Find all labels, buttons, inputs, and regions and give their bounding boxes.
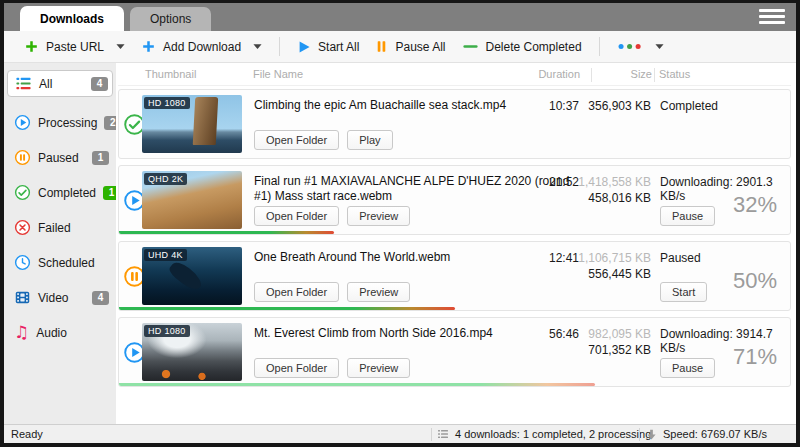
statusbar-separator xyxy=(639,428,640,441)
download-row: UHD 4K One Breath Around The World.webmO… xyxy=(118,241,791,311)
video-thumbnail: HD 1080 xyxy=(142,323,242,381)
duration: 12:41 xyxy=(549,251,579,265)
header-separator xyxy=(591,68,592,82)
video-thumbnail: UHD 4K xyxy=(142,247,242,305)
toolbar: Paste URL Add Download Start All Pause A… xyxy=(4,31,796,63)
sidebar-item-processing[interactable]: Processing2 xyxy=(4,105,116,140)
download-row: QHD 2K Final run #1 MAXIAVALANCHE ALPE D… xyxy=(118,165,791,235)
duration: 10:37 xyxy=(549,99,579,113)
start-all-label: Start All xyxy=(318,40,359,54)
pause-all-label: Pause All xyxy=(395,40,445,54)
sidebar-item-video[interactable]: Video4 xyxy=(4,280,116,315)
sidebar-item-all[interactable]: All4 xyxy=(7,70,113,97)
resolution-badge: UHD 4K xyxy=(144,249,187,261)
header-separator xyxy=(654,68,655,82)
status-bar: Ready 4 downloads: 1 completed, 2 proces… xyxy=(4,424,796,443)
downloads-summary: 4 downloads: 1 completed, 2 processing xyxy=(437,428,651,440)
size-downloaded: 556,445 KB xyxy=(588,267,651,281)
chevron-down-icon[interactable] xyxy=(655,43,664,50)
downloads-panel: Thumbnail File Name Duration Size Status… xyxy=(116,63,796,424)
list-icon xyxy=(15,75,32,92)
speed-text: Speed: 6769.07 KB/s xyxy=(663,428,767,440)
size-total: 1,418,558 KB xyxy=(578,175,651,189)
col-thumbnail: Thumbnail xyxy=(145,68,196,80)
delete-completed-label: Delete Completed xyxy=(486,40,582,54)
size-total: 356,903 KB xyxy=(588,99,651,113)
file-name: One Breath Around The World.webm xyxy=(254,250,584,265)
size-total: 982,095 KB xyxy=(588,327,651,341)
sidebar-item-label: Audio xyxy=(36,326,67,340)
progress-bar xyxy=(119,231,334,234)
progress-bar xyxy=(119,383,595,386)
chevron-down-icon[interactable] xyxy=(116,43,125,50)
delete-completed-button[interactable]: Delete Completed xyxy=(454,35,590,58)
sidebar-item-failed[interactable]: Failed xyxy=(4,210,116,245)
status-text: Paused xyxy=(660,251,701,265)
clock-icon xyxy=(14,254,31,271)
check-circle-icon xyxy=(14,184,31,201)
file-name: Final run #1 MAXIAVALANCHE ALPE D'HUEZ 2… xyxy=(254,174,584,204)
more-options-button[interactable] xyxy=(609,39,672,54)
sidebar-item-label: Failed xyxy=(38,221,71,235)
pause-circle-icon xyxy=(14,149,31,166)
toolbar-separator xyxy=(279,37,280,56)
table-header: Thumbnail File Name Duration Size Status xyxy=(118,63,791,86)
chevron-down-icon[interactable] xyxy=(253,43,262,50)
list-icon xyxy=(437,428,449,440)
tab-downloads[interactable]: Downloads xyxy=(20,6,124,31)
sidebar-item-label: Scheduled xyxy=(38,256,95,270)
preview-button[interactable]: Preview xyxy=(347,358,410,378)
sidebar-item-label: Video xyxy=(38,291,68,305)
download-list: HD 1080 Climbing the epic Am Buachaille … xyxy=(118,86,791,424)
video-thumbnail: HD 1080 xyxy=(142,95,242,153)
open-folder-button[interactable]: Open Folder xyxy=(254,130,339,150)
x-circle-icon xyxy=(14,219,31,236)
downloads-summary-text: 4 downloads: 1 completed, 2 processing xyxy=(455,428,651,440)
preview-button[interactable]: Preview xyxy=(347,206,410,226)
sidebar-item-paused[interactable]: Paused1 xyxy=(4,140,116,175)
sidebar: All4Processing2Paused1Completed1FailedSc… xyxy=(4,63,116,424)
film-icon xyxy=(14,289,31,306)
play-icon xyxy=(297,40,311,54)
open-folder-button[interactable]: Open Folder xyxy=(254,282,339,302)
open-folder-button[interactable]: Open Folder xyxy=(254,358,339,378)
sidebar-item-scheduled[interactable]: Scheduled xyxy=(4,245,116,280)
progress-percent: 71% xyxy=(733,344,777,370)
pause-button[interactable]: Pause xyxy=(660,358,715,378)
download-row: HD 1080 Climbing the epic Am Buachaille … xyxy=(118,89,791,159)
file-name: Climbing the epic Am Buachaille sea stac… xyxy=(254,98,584,113)
start-button[interactable]: Start xyxy=(660,282,707,302)
pause-icon xyxy=(375,40,388,53)
count-badge: 1 xyxy=(92,151,109,165)
start-all-button[interactable]: Start All xyxy=(289,37,367,57)
minus-icon xyxy=(462,38,479,55)
app-window: Downloads Options Paste URL Add Download… xyxy=(0,0,800,447)
download-arrow-icon xyxy=(645,428,658,441)
plus-icon xyxy=(141,39,156,54)
size-downloaded: 458,016 KB xyxy=(588,191,651,205)
size-total: 1,106,715 KB xyxy=(578,251,651,265)
paste-url-button[interactable]: Paste URL xyxy=(16,36,133,57)
status-ready-text: Ready xyxy=(11,428,43,440)
statusbar-separator xyxy=(431,428,432,441)
progress-percent: 32% xyxy=(733,192,777,218)
sidebar-item-audio[interactable]: ♫Audio xyxy=(4,315,116,350)
status-text: Completed xyxy=(660,99,718,113)
resolution-badge: QHD 2K xyxy=(144,173,187,185)
pause-all-button[interactable]: Pause All xyxy=(367,37,453,57)
file-name: Mt. Everest Climb from North Side 2016.m… xyxy=(254,326,584,341)
menu-icon[interactable] xyxy=(759,9,785,27)
open-folder-button[interactable]: Open Folder xyxy=(254,206,339,226)
duration: 56:46 xyxy=(549,327,579,341)
tab-bar: Downloads Options xyxy=(4,3,796,31)
pause-button[interactable]: Pause xyxy=(660,206,715,226)
progress-percent: 50% xyxy=(733,268,777,294)
tab-options[interactable]: Options xyxy=(130,7,211,31)
preview-button[interactable]: Preview xyxy=(347,282,410,302)
sidebar-item-label: All xyxy=(39,77,52,91)
play-button[interactable]: Play xyxy=(347,130,392,150)
video-thumbnail: QHD 2K xyxy=(142,171,242,229)
paste-url-label: Paste URL xyxy=(46,40,104,54)
add-download-button[interactable]: Add Download xyxy=(133,36,270,57)
sidebar-item-completed[interactable]: Completed1 xyxy=(4,175,116,210)
